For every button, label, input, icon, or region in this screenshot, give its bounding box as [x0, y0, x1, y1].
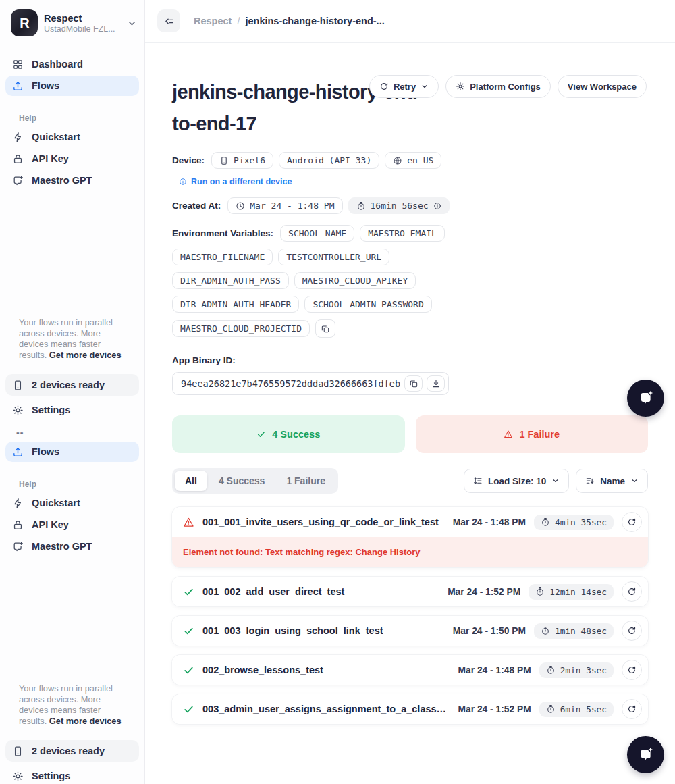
failure-banner[interactable]: 1 Failure: [416, 415, 649, 453]
sidebar-item-dashboard[interactable]: Dashboard: [5, 54, 139, 74]
platform-configs-button[interactable]: Platform Configs: [446, 75, 551, 98]
devices-ready-status[interactable]: 2 devices ready: [5, 374, 139, 396]
assistant-fab[interactable]: [627, 736, 664, 773]
success-check-icon: [183, 664, 194, 676]
retry-button[interactable]: Retry: [369, 75, 439, 98]
env-var-pill: SCHOOL_ADMIN_PASSWORD: [304, 296, 431, 313]
sidebar: R Respect UstadMobile FZL... Dashboard F…: [0, 0, 145, 784]
stopwatch-icon: [356, 201, 366, 211]
sidebar-item-label: Quickstart: [32, 132, 80, 142]
sidebar-item-api-key[interactable]: API Key: [5, 515, 139, 535]
workspace-logo: R: [11, 9, 38, 36]
env-var-pill: TESTCONTROLLER_URL: [278, 249, 389, 265]
device-phone-icon: [219, 156, 229, 165]
load-size-dropdown[interactable]: Load Size: 10: [464, 469, 569, 493]
retry-test-button[interactable]: [622, 581, 642, 602]
retry-test-button[interactable]: [622, 660, 642, 680]
retry-test-button[interactable]: [622, 512, 642, 532]
env-var: SCHOOL_ADMIN_PASSWORD: [313, 299, 423, 309]
devices-ready-status[interactable]: 2 devices ready: [5, 740, 139, 762]
gear-icon: [12, 770, 24, 782]
sidebar-item-settings[interactable]: Settings: [5, 400, 139, 420]
device-row: Device: Pixel6 Android (API 33) en_US: [172, 152, 469, 169]
test-name: 001_003_login_using_school_link_test: [202, 625, 445, 636]
success-count: 4 Success: [272, 429, 320, 440]
get-more-devices-link[interactable]: Get more devices: [49, 350, 122, 360]
test-row[interactable]: 001_002_add_user_direct_test Mar 24 - 1:…: [172, 577, 648, 606]
platform-configs-label: Platform Configs: [470, 82, 541, 92]
sidebar-item-label: Quickstart: [32, 498, 80, 508]
get-more-devices-link[interactable]: Get more devices: [49, 716, 122, 726]
success-banner[interactable]: 4 Success: [172, 415, 405, 453]
sidebar-item-api-key[interactable]: API Key: [5, 149, 139, 169]
env-var: DIR_ADMIN_AUTH_PASS: [180, 276, 281, 286]
sort-dropdown[interactable]: Name: [576, 469, 648, 493]
sidebar-item-label: Flows: [32, 446, 59, 457]
retry-test-button[interactable]: [622, 699, 642, 719]
run-different-device-label: Run on a different device: [191, 177, 292, 186]
sidebar-item-quickstart[interactable]: Quickstart: [5, 127, 139, 147]
retry-test-button[interactable]: [622, 621, 642, 641]
chevron-down-icon: [421, 82, 429, 90]
test-name: 003_admin_user_assigns_assignment_to_a_c…: [202, 704, 450, 714]
app-binary-label: App Binary ID:: [172, 355, 648, 365]
sidebar-item-flows[interactable]: Flows: [5, 442, 139, 462]
created-at-value: Mar 24 - 1:48 PM: [250, 201, 334, 211]
retry-icon: [627, 704, 637, 714]
test-row[interactable]: 001_001_invite_users_using_qr_code_or_li…: [172, 507, 648, 537]
sidebar-item-label: API Key: [32, 519, 69, 530]
tab-failure[interactable]: 1 Failure: [276, 471, 335, 491]
total-duration-value: 16min 56sec: [371, 201, 429, 211]
globe-icon: [393, 156, 402, 165]
run-actions: Retry Platform Configs View Workspace: [369, 75, 647, 98]
view-workspace-button[interactable]: View Workspace: [558, 75, 647, 98]
test-duration-pill: 1min 48sec: [534, 623, 614, 639]
summary-banners: 4 Success 1 Failure: [172, 415, 648, 453]
stopwatch-icon: [541, 517, 550, 527]
device-os: Android (API 33): [287, 155, 371, 165]
lock-icon: [12, 153, 24, 165]
sidebar-item-quickstart[interactable]: Quickstart: [5, 493, 139, 513]
test-duration-pill: 12min 14sec: [529, 584, 614, 600]
device-os-pill: Android (API 33): [279, 152, 379, 169]
sidebar-item-flows[interactable]: Flows: [5, 76, 139, 96]
breadcrumb-workspace-link[interactable]: Respect: [194, 16, 232, 26]
assistant-fab[interactable]: [627, 380, 664, 417]
test-duration-pill: 2min 3sec: [539, 662, 614, 678]
test-row[interactable]: 003_admin_user_assigns_assignment_to_a_c…: [172, 694, 648, 724]
devices-ready-label: 2 devices ready: [32, 746, 105, 756]
workspace-org: UstadMobile FZL...: [44, 24, 125, 34]
copy-icon: [409, 379, 418, 388]
sidebar-item-settings[interactable]: Settings: [5, 766, 139, 784]
info-icon: [433, 202, 441, 210]
device-model: Pixel6: [234, 155, 265, 165]
env-var-pill: MAESTRO_CLOUD_APIKEY: [294, 272, 416, 289]
env-var: MAESTRO_FILENAME: [180, 252, 265, 262]
test-card[interactable]: 001_002_add_user_direct_test Mar 24 - 1:…: [172, 577, 648, 606]
test-row[interactable]: 002_browse_lessons_test Mar 24 - 1:48 PM…: [172, 655, 648, 685]
env-var: MAESTRO_EMAIL: [368, 228, 437, 238]
sidebar-item-label: Dashboard: [32, 59, 83, 70]
test-card[interactable]: 002_browse_lessons_test Mar 24 - 1:48 PM…: [172, 655, 648, 685]
test-card[interactable]: 003_admin_user_assigns_assignment_to_a_c…: [172, 694, 648, 724]
collapse-sidebar-button[interactable]: [157, 9, 180, 32]
sort-icon: [585, 476, 595, 486]
test-duration-pill: 4min 35sec: [534, 515, 614, 530]
copy-binary-id-button[interactable]: [404, 375, 423, 392]
tab-success[interactable]: 4 Success: [209, 471, 275, 491]
tab-all[interactable]: All: [175, 471, 207, 491]
test-card[interactable]: 001_003_login_using_school_link_test Mar…: [172, 616, 648, 646]
test-row[interactable]: 001_003_login_using_school_link_test Mar…: [172, 616, 648, 646]
env-var-pill: DIR_ADMIN_AUTH_PASS: [172, 272, 289, 289]
chevron-down-icon: [126, 18, 138, 29]
top-bar: Respect / jenkins-change-history-end-...: [145, 0, 675, 43]
workspace-switcher[interactable]: R Respect UstadMobile FZL...: [0, 0, 144, 36]
run-different-device-link[interactable]: Run on a different device: [179, 177, 648, 186]
test-card[interactable]: 001_001_invite_users_using_qr_code_or_li…: [172, 507, 648, 567]
sidebar-item-maestro-gpt[interactable]: Maestro GPT: [5, 170, 139, 190]
copy-env-vars-button[interactable]: [315, 319, 335, 338]
workspace-name: Respect: [44, 13, 125, 24]
download-binary-button[interactable]: [427, 375, 445, 392]
sidebar-item-maestro-gpt[interactable]: Maestro GPT: [5, 536, 139, 556]
parallel-flows-promo: Your flows run in parallel across device…: [19, 317, 128, 361]
